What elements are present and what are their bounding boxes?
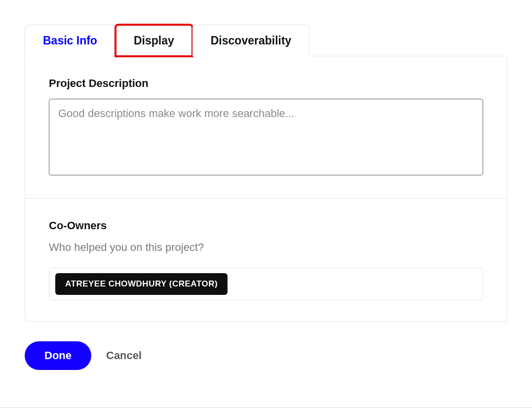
tab-discoverability[interactable]: Discoverability (192, 25, 310, 56)
co-owner-chip[interactable]: ATREYEE CHOWDHURY (CREATOR) (55, 273, 228, 295)
co-owners-section: Co-Owners Who helped you on this project… (25, 198, 507, 321)
tab-panel: Project Description Co-Owners Who helped… (25, 56, 507, 322)
action-bar: Done Cancel (25, 322, 507, 370)
done-button[interactable]: Done (25, 341, 91, 370)
settings-container: Basic Info Display Discoverability Proje… (0, 0, 532, 370)
project-description-input[interactable] (49, 99, 483, 175)
project-description-label: Project Description (49, 77, 483, 90)
cancel-button[interactable]: Cancel (106, 349, 142, 362)
tab-display[interactable]: Display (115, 25, 192, 56)
tab-basic-info[interactable]: Basic Info (25, 25, 115, 57)
co-owners-sublabel: Who helped you on this project? (49, 241, 483, 254)
co-owners-input[interactable]: ATREYEE CHOWDHURY (CREATOR) (49, 268, 483, 300)
tab-bar: Basic Info Display Discoverability (25, 25, 507, 56)
co-owners-label: Co-Owners (49, 219, 483, 232)
project-description-section: Project Description (25, 56, 507, 198)
